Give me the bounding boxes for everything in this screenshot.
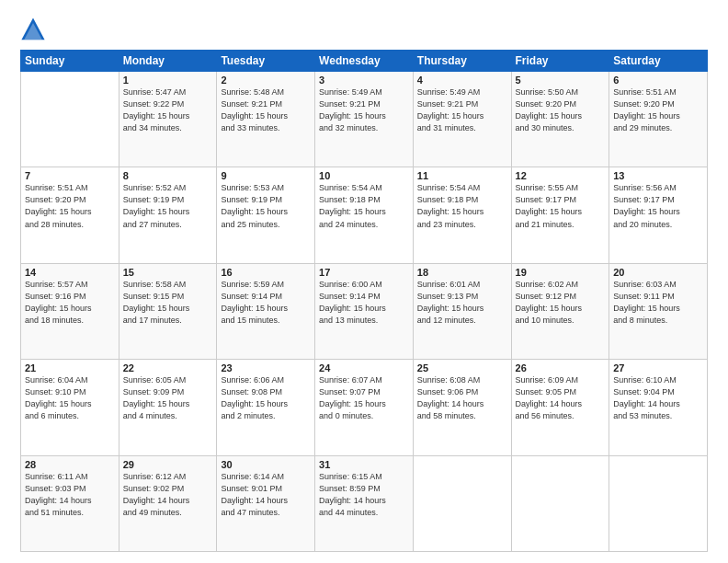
- day-number: 14: [25, 267, 115, 278]
- calendar-cell: 10Sunrise: 5:54 AM Sunset: 9:18 PM Dayli…: [315, 167, 414, 263]
- day-number: 31: [319, 459, 409, 470]
- day-number: 13: [613, 170, 703, 181]
- day-info: Sunrise: 5:52 AM Sunset: 9:19 PM Dayligh…: [123, 182, 213, 230]
- calendar-cell: 31Sunrise: 6:15 AM Sunset: 8:59 PM Dayli…: [315, 455, 414, 551]
- calendar-cell: 30Sunrise: 6:14 AM Sunset: 9:01 PM Dayli…: [217, 455, 315, 551]
- day-info: Sunrise: 6:02 AM Sunset: 9:12 PM Dayligh…: [516, 279, 606, 327]
- calendar-cell: 14Sunrise: 5:57 AM Sunset: 9:16 PM Dayli…: [21, 263, 119, 359]
- calendar-cell: 20Sunrise: 6:03 AM Sunset: 9:11 PM Dayli…: [609, 263, 708, 359]
- day-info: Sunrise: 6:10 AM Sunset: 9:04 PM Dayligh…: [613, 374, 703, 422]
- day-header-thursday: Thursday: [413, 51, 511, 72]
- day-number: 20: [613, 267, 703, 278]
- calendar-cell: 21Sunrise: 6:04 AM Sunset: 9:10 PM Dayli…: [21, 360, 119, 455]
- day-info: Sunrise: 5:55 AM Sunset: 9:17 PM Dayligh…: [516, 182, 606, 230]
- calendar-cell: 16Sunrise: 5:59 AM Sunset: 9:14 PM Dayli…: [217, 263, 315, 359]
- calendar-cell: 25Sunrise: 6:08 AM Sunset: 9:06 PM Dayli…: [413, 360, 511, 455]
- day-number: 16: [221, 267, 311, 278]
- day-info: Sunrise: 5:56 AM Sunset: 9:17 PM Dayligh…: [613, 182, 703, 230]
- day-header-friday: Friday: [511, 51, 609, 72]
- calendar-cell: 27Sunrise: 6:10 AM Sunset: 9:04 PM Dayli…: [609, 360, 708, 455]
- week-row-3: 14Sunrise: 5:57 AM Sunset: 9:16 PM Dayli…: [21, 263, 708, 359]
- day-number: 27: [613, 362, 703, 373]
- calendar-cell: 2Sunrise: 5:48 AM Sunset: 9:21 PM Daylig…: [217, 72, 315, 167]
- calendar-cell: 15Sunrise: 5:58 AM Sunset: 9:15 PM Dayli…: [119, 263, 217, 359]
- calendar-cell: 3Sunrise: 5:49 AM Sunset: 9:21 PM Daylig…: [315, 72, 414, 167]
- day-number: 7: [25, 170, 115, 181]
- day-info: Sunrise: 6:00 AM Sunset: 9:14 PM Dayligh…: [319, 279, 409, 327]
- day-header-sunday: Sunday: [21, 51, 119, 72]
- header: [20, 17, 708, 42]
- day-number: 23: [221, 362, 311, 373]
- day-number: 26: [516, 362, 606, 373]
- day-header-wednesday: Wednesday: [315, 51, 414, 72]
- day-number: 4: [417, 75, 507, 86]
- calendar-cell: 9Sunrise: 5:53 AM Sunset: 9:19 PM Daylig…: [217, 167, 315, 263]
- calendar: SundayMondayTuesdayWednesdayThursdayFrid…: [20, 50, 708, 552]
- day-header-tuesday: Tuesday: [217, 51, 315, 72]
- calendar-cell: [609, 455, 708, 551]
- day-info: Sunrise: 5:49 AM Sunset: 9:21 PM Dayligh…: [319, 86, 409, 134]
- calendar-cell: 17Sunrise: 6:00 AM Sunset: 9:14 PM Dayli…: [315, 263, 414, 359]
- day-number: 24: [319, 362, 409, 373]
- day-number: 17: [319, 267, 409, 278]
- day-info: Sunrise: 6:12 AM Sunset: 9:02 PM Dayligh…: [123, 471, 213, 519]
- week-row-5: 28Sunrise: 6:11 AM Sunset: 9:03 PM Dayli…: [21, 455, 708, 551]
- logo: [20, 17, 51, 42]
- calendar-cell: 24Sunrise: 6:07 AM Sunset: 9:07 PM Dayli…: [315, 360, 414, 455]
- page: SundayMondayTuesdayWednesdayThursdayFrid…: [0, 0, 728, 563]
- calendar-body: 1Sunrise: 5:47 AM Sunset: 9:22 PM Daylig…: [21, 72, 708, 552]
- calendar-cell: 12Sunrise: 5:55 AM Sunset: 9:17 PM Dayli…: [511, 167, 609, 263]
- calendar-cell: 28Sunrise: 6:11 AM Sunset: 9:03 PM Dayli…: [21, 455, 119, 551]
- day-number: 18: [417, 267, 507, 278]
- day-number: 25: [417, 362, 507, 373]
- day-number: 2: [221, 75, 311, 86]
- day-info: Sunrise: 5:49 AM Sunset: 9:21 PM Dayligh…: [417, 86, 507, 134]
- day-info: Sunrise: 5:47 AM Sunset: 9:22 PM Dayligh…: [123, 86, 213, 134]
- day-number: 22: [123, 362, 213, 373]
- day-header-monday: Monday: [119, 51, 217, 72]
- day-info: Sunrise: 5:57 AM Sunset: 9:16 PM Dayligh…: [25, 279, 115, 327]
- day-info: Sunrise: 5:58 AM Sunset: 9:15 PM Dayligh…: [123, 279, 213, 327]
- day-info: Sunrise: 6:14 AM Sunset: 9:01 PM Dayligh…: [221, 471, 311, 519]
- week-row-2: 7Sunrise: 5:51 AM Sunset: 9:20 PM Daylig…: [21, 167, 708, 263]
- day-number: 12: [516, 170, 606, 181]
- day-number: 1: [123, 75, 213, 86]
- day-info: Sunrise: 5:54 AM Sunset: 9:18 PM Dayligh…: [319, 182, 409, 230]
- day-info: Sunrise: 5:48 AM Sunset: 9:21 PM Dayligh…: [221, 86, 311, 134]
- week-row-4: 21Sunrise: 6:04 AM Sunset: 9:10 PM Dayli…: [21, 360, 708, 455]
- day-number: 28: [25, 459, 115, 470]
- day-info: Sunrise: 6:04 AM Sunset: 9:10 PM Dayligh…: [25, 374, 115, 422]
- logo-icon: [20, 17, 46, 42]
- calendar-cell: 11Sunrise: 5:54 AM Sunset: 9:18 PM Dayli…: [413, 167, 511, 263]
- day-number: 3: [319, 75, 409, 86]
- day-number: 11: [417, 170, 507, 181]
- day-info: Sunrise: 5:50 AM Sunset: 9:20 PM Dayligh…: [516, 86, 606, 134]
- calendar-cell: 18Sunrise: 6:01 AM Sunset: 9:13 PM Dayli…: [413, 263, 511, 359]
- day-number: 10: [319, 170, 409, 181]
- day-number: 15: [123, 267, 213, 278]
- calendar-cell: 22Sunrise: 6:05 AM Sunset: 9:09 PM Dayli…: [119, 360, 217, 455]
- calendar-cell: 29Sunrise: 6:12 AM Sunset: 9:02 PM Dayli…: [119, 455, 217, 551]
- calendar-cell: 1Sunrise: 5:47 AM Sunset: 9:22 PM Daylig…: [119, 72, 217, 167]
- day-number: 21: [25, 362, 115, 373]
- calendar-header: SundayMondayTuesdayWednesdayThursdayFrid…: [21, 51, 708, 72]
- day-info: Sunrise: 6:11 AM Sunset: 9:03 PM Dayligh…: [25, 471, 115, 519]
- header-row: SundayMondayTuesdayWednesdayThursdayFrid…: [21, 51, 708, 72]
- day-number: 30: [221, 459, 311, 470]
- week-row-1: 1Sunrise: 5:47 AM Sunset: 9:22 PM Daylig…: [21, 72, 708, 167]
- day-info: Sunrise: 5:54 AM Sunset: 9:18 PM Dayligh…: [417, 182, 507, 230]
- day-info: Sunrise: 5:53 AM Sunset: 9:19 PM Dayligh…: [221, 182, 311, 230]
- day-number: 19: [516, 267, 606, 278]
- calendar-cell: 8Sunrise: 5:52 AM Sunset: 9:19 PM Daylig…: [119, 167, 217, 263]
- day-header-saturday: Saturday: [609, 51, 708, 72]
- calendar-cell: 5Sunrise: 5:50 AM Sunset: 9:20 PM Daylig…: [511, 72, 609, 167]
- day-number: 6: [613, 75, 703, 86]
- day-info: Sunrise: 6:07 AM Sunset: 9:07 PM Dayligh…: [319, 374, 409, 422]
- calendar-cell: 7Sunrise: 5:51 AM Sunset: 9:20 PM Daylig…: [21, 167, 119, 263]
- day-info: Sunrise: 6:06 AM Sunset: 9:08 PM Dayligh…: [221, 374, 311, 422]
- day-info: Sunrise: 6:15 AM Sunset: 8:59 PM Dayligh…: [319, 471, 409, 519]
- calendar-cell: 4Sunrise: 5:49 AM Sunset: 9:21 PM Daylig…: [413, 72, 511, 167]
- calendar-cell: 13Sunrise: 5:56 AM Sunset: 9:17 PM Dayli…: [609, 167, 708, 263]
- calendar-cell: 19Sunrise: 6:02 AM Sunset: 9:12 PM Dayli…: [511, 263, 609, 359]
- day-info: Sunrise: 5:51 AM Sunset: 9:20 PM Dayligh…: [25, 182, 115, 230]
